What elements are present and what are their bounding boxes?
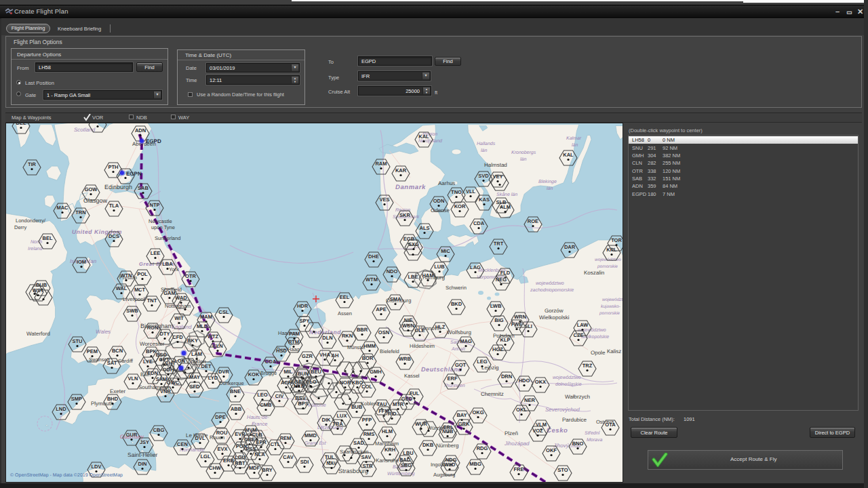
svg-text:Wałbrzych: Wałbrzych [565,394,590,400]
svg-text:BEL: BEL [43,235,53,241]
svg-text:KOK: KOK [248,371,260,378]
svg-text:ERF: ERF [448,375,458,382]
svg-text:AH: AH [332,352,339,359]
svg-text:FWE: FWE [511,321,523,327]
svg-text:DVR: DVR [218,369,229,375]
svg-text:VEY: VEY [492,174,502,180]
svg-text:BAY: BAY [456,412,467,418]
svg-text:Kassel: Kassel [404,373,420,379]
svg-text:LYE: LYE [143,359,153,365]
svg-text:NAV: NAV [326,460,336,466]
svg-text:HGZ: HGZ [492,346,503,352]
svg-text:SPY: SPY [299,318,309,324]
svg-text:TRT: TRT [494,241,504,247]
svg-text:GOT: GOT [455,362,467,368]
svg-text:POL: POL [137,271,148,277]
svg-text:Bielefeld: Bielefeld [380,348,399,354]
svg-text:CBG: CBG [153,427,165,433]
svg-text:HLZ: HLZ [435,324,446,330]
svg-text:HAM: HAM [422,272,433,279]
svg-text:NTP: NTP [150,202,160,208]
svg-text:WAL: WAL [116,285,127,291]
svg-text:RON: RON [147,325,159,331]
svg-text:WTZ: WTZ [208,333,219,340]
svg-text:FRE: FRE [514,466,524,472]
svg-text:län: län [572,142,578,148]
svg-text:Gorzów: Gorzów [545,308,564,314]
svg-text:BUN: BUN [298,371,309,377]
svg-text:Newcastle: Newcastle [149,218,172,224]
svg-text:MIC: MIC [441,248,450,254]
svg-text:Mannheim: Mannheim [375,441,399,447]
svg-text:Schwerin: Schwerin [446,285,467,291]
svg-text:OTA: OTA [605,422,616,428]
svg-text:Edinburgh: Edinburgh [104,184,132,190]
svg-text:län: län [481,148,487,153]
svg-text:SAB: SAB [138,185,149,191]
svg-text:Koszalin: Koszalin [584,270,604,276]
svg-text:pomorskie: pomorskie [597,264,618,269]
svg-text:Blekinge: Blekinge [538,179,557,184]
svg-text:RMS: RMS [363,431,375,437]
svg-text:Exeter: Exeter [110,388,125,394]
svg-text:KAL: KAL [563,152,574,158]
svg-text:SAV: SAV [361,454,372,460]
svg-text:SFD: SFD [190,384,201,390]
svg-text:SXG: SXG [408,241,419,247]
svg-text:VHA: VHA [319,352,330,358]
svg-text:województwo: województwo [553,375,581,380]
svg-text:LYD: LYD [208,375,218,381]
svg-text:WTM: WTM [366,277,378,283]
svg-text:DIK: DIK [322,417,332,423]
svg-text:GMH: GMH [370,369,382,375]
svg-text:BCN: BCN [112,348,123,354]
svg-text:BBR: BBR [357,327,368,333]
svg-text:LGL: LGL [201,453,211,460]
svg-text:PTH: PTH [108,164,119,170]
svg-text:Danmark: Danmark [395,184,426,191]
svg-text:HDO: HDO [519,378,530,384]
svg-text:HMM: HMM [363,343,376,349]
svg-text:LEO: LEO [257,392,268,398]
svg-text:GAM: GAM [163,290,176,296]
svg-text:DPE: DPE [215,414,225,420]
svg-text:CMB: CMB [260,402,272,408]
svg-text:ALM: ALM [500,204,511,210]
svg-text:NER: NER [524,397,535,403]
svg-text:województwo: województwo [536,281,564,286]
svg-text:PFP: PFP [362,417,372,423]
svg-text:TOR: TOR [611,237,622,243]
svg-text:TNO: TNO [451,189,462,195]
svg-text:RBT: RBT [235,460,245,466]
svg-text:WRN: WRN [514,314,526,320]
svg-text:Nürnberg: Nürnberg [436,443,458,449]
svg-text:LAM: LAM [191,351,202,357]
svg-text:Kalmar: Kalmar [566,136,582,141]
svg-text:VOZ: VOZ [532,428,543,434]
svg-text:MIL: MIL [284,369,293,375]
svg-text:dolnośląskie: dolnośląskie [555,382,582,387]
svg-text:TIR: TIR [28,161,37,167]
svg-text:HSD: HSD [276,348,287,354]
svg-text:GRK: GRK [458,421,470,427]
svg-text:SMA: SMA [390,296,401,302]
svg-text:Derry: Derry [14,224,27,230]
svg-text:VLL: VLL [466,188,476,195]
svg-text:LBE: LBE [408,274,418,280]
svg-text:OSN: OSN [378,329,389,336]
svg-text:DVL: DVL [195,435,205,441]
svg-text:France: France [252,421,267,427]
svg-text:SBG: SBG [401,462,412,468]
svg-text:LEE: LEE [151,250,161,256]
svg-text:Londonderry/: Londonderry/ [16,218,46,224]
svg-text:EGPD: EGPD [146,138,161,144]
svg-text:LAG: LAG [470,264,481,270]
svg-text:NEG: NEG [496,277,507,283]
svg-text:IOM: IOM [77,259,86,265]
svg-text:CAV: CAV [283,454,293,460]
svg-text:ODN: ODN [433,198,445,204]
svg-text:Aarhus: Aarhus [438,180,455,186]
svg-text:Sunderland: Sunderland [155,235,180,241]
svg-text:ODH: ODH [163,367,174,373]
svg-text:COA: COA [265,359,277,365]
